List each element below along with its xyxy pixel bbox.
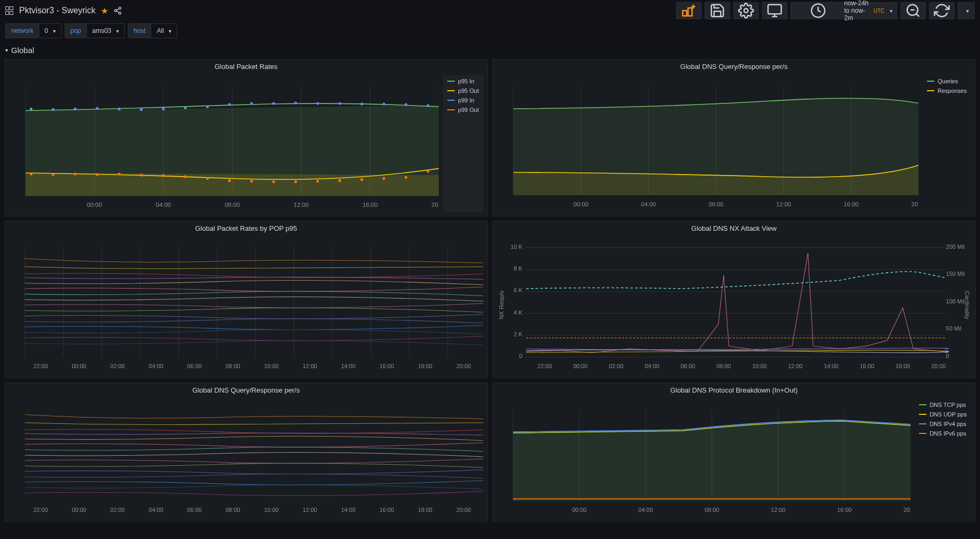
tv-mode-button[interactable]: [762, 2, 787, 19]
legend-item[interactable]: DNS TCP pps: [919, 402, 967, 408]
timezone-badge: UTC: [873, 8, 884, 14]
variable-pop[interactable]: pop ams03▾: [65, 23, 125, 38]
svg-text:150 Mil: 150 Mil: [946, 271, 964, 277]
chart-area[interactable]: NX Resp/s Cardinality 0 2 K 4 K 6 K 8 K …: [497, 237, 972, 373]
svg-text:08:00: 08:00: [716, 362, 731, 369]
svg-text:02:00: 02:00: [110, 507, 125, 513]
chart-area[interactable]: 00:00 04:00 08:00 12:00 16:00 20:00: [497, 398, 910, 517]
panel-global-dns-qr[interactable]: Global DNS Query/Response per/s: [492, 59, 976, 216]
panel-dns-nx-attack[interactable]: Global DNS NX Attack View NX Resp/s Card…: [492, 221, 976, 378]
refresh-interval-dropdown[interactable]: ▾: [958, 2, 975, 19]
svg-text:20:00: 20:00: [431, 202, 439, 208]
svg-text:12:00: 12:00: [302, 362, 317, 369]
dashboard-title[interactable]: Pktvisor3 - Sweyrick: [19, 6, 96, 15]
panel-legend: p95 In p95 Out p99 In p99 Out: [443, 75, 483, 213]
svg-point-47: [206, 177, 209, 179]
panel-title: Global DNS NX Attack View: [493, 221, 976, 234]
svg-text:22:00: 22:00: [537, 362, 551, 369]
panel-title: Global DNS Protocol Breakdown (In+Out): [493, 383, 976, 396]
svg-text:16:00: 16:00: [844, 201, 858, 207]
svg-text:04:00: 04:00: [149, 362, 163, 369]
variable-value[interactable]: ams03▾: [87, 23, 125, 38]
svg-text:14:00: 14:00: [341, 362, 355, 369]
legend-item[interactable]: DNS UDP pps: [919, 411, 967, 418]
panel-dns-qr-2[interactable]: Global DNS Query/Response per/s: [4, 382, 488, 522]
svg-text:06:00: 06:00: [187, 362, 202, 369]
svg-text:04:00: 04:00: [638, 507, 653, 513]
panel-legend: DNS TCP pps DNS UDP pps DNS IPv4 pps DNS…: [915, 398, 971, 517]
dashboard-grid-icon[interactable]: [5, 6, 14, 15]
svg-point-35: [361, 103, 363, 105]
legend-item[interactable]: p95 In: [447, 78, 479, 84]
svg-point-24: [118, 108, 120, 110]
refresh-button[interactable]: [929, 2, 955, 19]
legend-item[interactable]: p99 In: [447, 97, 479, 103]
panel-title: Global Packet Rates: [5, 59, 488, 73]
zoom-out-button[interactable]: [900, 2, 926, 19]
topbar: Pktvisor3 - Sweyrick ★ now-24h to now-2m…: [0, 0, 980, 21]
panel-global-packet-rates[interactable]: Global Packet Rates: [4, 59, 488, 216]
svg-point-23: [96, 107, 98, 109]
svg-point-0: [119, 7, 121, 9]
variable-label: host: [128, 23, 152, 38]
svg-text:10 K: 10 K: [510, 244, 523, 250]
panel-dns-protocol-breakdown[interactable]: Global DNS Protocol Breakdown (In+Out): [492, 382, 976, 522]
svg-point-20: [30, 108, 32, 110]
chevron-down-icon: ▾: [966, 8, 969, 14]
svg-point-34: [339, 102, 341, 105]
legend-item[interactable]: p95 Out: [447, 88, 479, 94]
chart-area[interactable]: 00:00 04:00 08:00 12:00 16:00 20:00: [9, 75, 439, 213]
svg-point-29: [228, 103, 230, 106]
svg-point-43: [118, 173, 120, 175]
svg-point-21: [52, 108, 54, 110]
legend-item[interactable]: Queries: [927, 78, 967, 84]
svg-text:14:00: 14:00: [823, 362, 838, 369]
legend-item[interactable]: Responses: [927, 88, 967, 94]
svg-point-45: [162, 175, 164, 177]
svg-point-55: [383, 177, 385, 179]
svg-text:00:00: 00:00: [572, 507, 586, 513]
svg-point-25: [140, 108, 142, 110]
svg-point-42: [96, 173, 98, 176]
legend-item[interactable]: DNS IPv4 pps: [919, 421, 967, 427]
time-range-picker[interactable]: now-24h to now-2m UTC ▾: [791, 2, 897, 19]
svg-text:06:00: 06:00: [680, 362, 695, 369]
topbar-right: now-24h to now-2m UTC ▾ ▾: [676, 2, 975, 19]
star-icon[interactable]: ★: [101, 6, 108, 16]
variable-value[interactable]: All▾: [151, 23, 177, 38]
chart-area[interactable]: 22:00 00:00 02:00 04:00 06:00 08:00 10:0…: [9, 237, 483, 373]
chart-area[interactable]: 22:00 00:00 02:00 04:00 06:00 08:00 10:0…: [9, 398, 483, 517]
svg-text:4 K: 4 K: [514, 309, 523, 315]
row-header-global[interactable]: ▾ Global: [0, 44, 980, 59]
svg-text:04:00: 04:00: [156, 202, 171, 208]
svg-text:50 Mil: 50 Mil: [946, 325, 961, 332]
topbar-left: Pktvisor3 - Sweyrick ★: [5, 6, 122, 16]
svg-point-28: [206, 106, 209, 108]
share-icon[interactable]: [114, 6, 122, 15]
svg-text:00:00: 00:00: [573, 201, 588, 207]
svg-point-52: [317, 180, 319, 182]
settings-button[interactable]: [733, 2, 759, 19]
add-panel-button[interactable]: [676, 2, 701, 19]
legend-item[interactable]: p99 Out: [447, 107, 479, 113]
svg-text:06:00: 06:00: [187, 507, 202, 513]
svg-text:200 Mil: 200 Mil: [946, 244, 964, 250]
svg-text:08:00: 08:00: [226, 507, 240, 513]
variable-host[interactable]: host All▾: [128, 23, 177, 38]
chart-area[interactable]: 00:00 04:00 08:00 12:00 16:00 20:00: [497, 75, 918, 212]
panel-packet-rates-by-pop[interactable]: Global Packet Rates by POP p95: [4, 221, 488, 378]
svg-point-37: [405, 103, 407, 106]
panel-title: Global DNS Query/Response per/s: [493, 59, 976, 73]
save-button[interactable]: [705, 2, 730, 19]
svg-text:16:00: 16:00: [362, 202, 378, 208]
svg-point-33: [317, 102, 319, 105]
svg-point-26: [162, 108, 164, 110]
variable-network[interactable]: network 0▾: [5, 23, 62, 38]
svg-point-40: [52, 173, 54, 176]
legend-item[interactable]: DNS IPv6 pps: [919, 430, 967, 437]
svg-text:18:00: 18:00: [418, 507, 432, 513]
variable-value[interactable]: 0▾: [39, 23, 62, 38]
svg-point-22: [74, 108, 76, 110]
svg-point-32: [294, 102, 297, 104]
svg-text:20:00: 20:00: [931, 362, 946, 369]
